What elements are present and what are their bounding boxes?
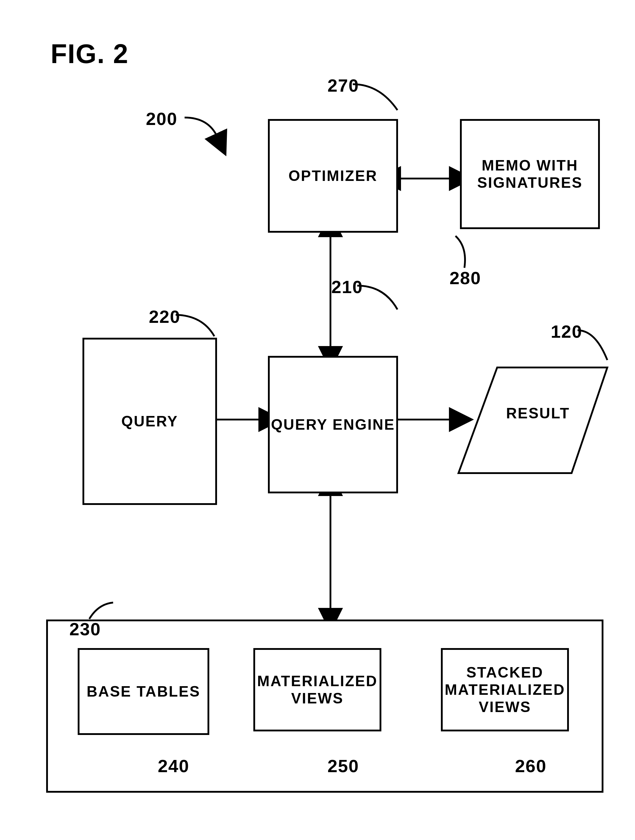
ref-250: 250 [328,756,359,776]
ref-210: 210 [331,277,363,297]
stacked-views-box: STACKED MATERIALIZED VIEWS [441,648,569,731]
memo-box: MEMO WITH SIGNATURES [460,119,600,229]
ref-230: 230 [70,619,101,639]
materialized-views-box: MATERIALIZED VIEWS [253,648,382,731]
base-tables-box: BASE TABLES [78,648,209,735]
ref-120: 120 [551,321,582,342]
query-engine-box: QUERY ENGINE [268,356,398,493]
ref-270: 270 [328,75,359,96]
ref-260: 260 [515,756,546,776]
query-box: QUERY [82,338,217,505]
ref-220: 220 [149,306,181,327]
ref-240: 240 [158,756,189,776]
ref-280: 280 [450,268,481,288]
diagram-canvas: FIG. 2 200 QUERY QUERY ENGINE OPTIMIZER … [0,0,635,840]
result-label: RESULT [506,405,570,422]
optimizer-box: OPTIMIZER [268,119,398,233]
